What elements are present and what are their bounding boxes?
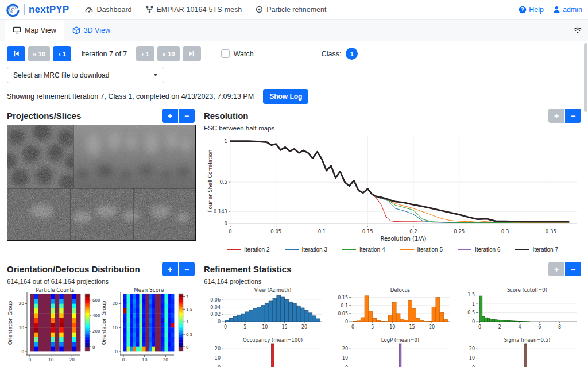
tab-map-view[interactable]: Map View [5,20,64,41]
watch-checkbox[interactable] [221,49,230,58]
svg-text:20: 20 [69,357,75,362]
zoom-in-button[interactable]: + [548,262,564,276]
svg-text:6000: 6000 [92,298,100,303]
svg-text:8: 8 [558,324,561,330]
vertical-scrollbar[interactable] [584,43,587,112]
svg-text:0.5: 0.5 [468,310,475,315]
svg-text:0: 0 [345,319,348,324]
defocus-histogram: 0510152000.050.10.15Defocus [331,286,453,334]
zoom-in-button[interactable]: + [162,262,178,276]
forward-10-button[interactable]: » 10 [157,46,179,61]
statistics-zoom-controls: + − [548,262,581,276]
svg-text:0.15: 0.15 [362,229,373,234]
svg-text:20: 20 [301,324,307,330]
svg-text:Sigma (mean=0.5): Sigma (mean=0.5) [504,337,551,343]
svg-text:6: 6 [538,324,541,330]
svg-text:0.06: 0.06 [210,298,220,303]
status-text: Showing refinement Iteration 7, Class 1,… [7,92,254,101]
help-icon: ? [519,6,527,14]
iteration-controls: « 10 ‹ 1 Iteration 7 of 7 › 1 » 10 Watch… [0,41,588,61]
panels-row-1: Projections/Slices + − [0,105,588,253]
distribution-subtitle: 614,164 out of 614,164 projections [7,278,195,285]
back-10-button[interactable]: « 10 [28,46,50,61]
resolution-panel: Resolution + − FSC between half-maps 00.… [204,105,581,253]
svg-text:10: 10 [142,357,148,362]
watch-label: Watch [234,50,254,58]
legend-label: Iteration 4 [359,246,385,253]
svg-text:0: 0 [21,349,24,354]
nav-block[interactable]: Particle refinement [256,6,326,14]
legend-label: Iteration 7 [532,246,558,253]
legend-label: Iteration 2 [244,246,269,253]
tab-3d-view-label: 3D View [84,26,110,34]
statistics-subtitle: 614,164 projections [204,278,581,285]
svg-text:0: 0 [224,324,227,330]
svg-text:?: ? [521,7,524,13]
svg-text:0: 0 [92,345,95,350]
brand[interactable]: nextPYP [6,3,69,17]
legend-swatch [400,249,414,250]
zoom-out-button[interactable]: − [179,262,195,276]
svg-text:0: 0 [115,349,118,354]
svg-text:20: 20 [112,301,118,306]
nav-dashboard[interactable]: Dashboard [85,6,131,14]
monitor-icon [13,26,21,34]
tab-map-view-label: Map View [25,26,56,34]
svg-text:0.05: 0.05 [270,229,281,234]
nav-links: Dashboard EMPIAR-10164-5TS-mesh Particle… [85,6,326,14]
help-link[interactable]: ? Help [519,6,544,14]
zoom-in-button[interactable]: + [162,109,178,123]
svg-text:20: 20 [215,346,220,351]
svg-text:1.5: 1.5 [468,292,475,298]
skip-last-icon [188,50,195,57]
particle-counts-heatmap: 0102001020Particle CountsDefocus GroupOr… [7,287,100,367]
svg-text:20: 20 [163,357,169,362]
projections-panel: Projections/Slices + − [7,105,195,253]
zoom-out-button[interactable]: − [565,109,581,123]
panels-row-2: Orientation/Defocus Distribution + − 614… [0,258,588,367]
mean-score-heatmap: 0102001020Mean ScoreDefocus GroupOrienta… [100,287,194,367]
legend-item: Iteration 2 [227,246,269,253]
histogram-grid: 0510152000.020.040.06View (Azimuth) 0510… [204,286,581,367]
svg-text:0.2: 0.2 [409,229,417,234]
mrc-file-select[interactable]: Select an MRC file to download [7,67,164,83]
svg-text:0.04: 0.04 [210,305,220,310]
legend-item: Iteration 7 [515,246,558,253]
tab-3d-view[interactable]: 3D View [64,20,118,41]
svg-text:View (Azimuth): View (Azimuth) [254,287,292,293]
fsc-legend: Iteration 2Iteration 3Iteration 4Iterati… [204,246,581,253]
zoom-in-button[interactable]: + [548,109,564,123]
svg-text:Particle Counts: Particle Counts [36,287,75,293]
back-1-button[interactable]: ‹ 1 [53,46,71,61]
show-log-button[interactable]: Show Log [263,89,308,104]
first-iteration-button[interactable] [7,46,25,61]
svg-text:Orientation Group: Orientation Group [101,301,107,345]
resolution-zoom-controls: + − [548,109,581,123]
legend-label: Iteration 5 [417,246,443,253]
legend-item: Iteration 5 [400,246,443,253]
forward-1-button[interactable]: › 1 [136,46,154,61]
svg-text:10: 10 [215,356,220,361]
svg-text:5: 5 [243,324,246,330]
legend-swatch [227,249,241,250]
svg-text:5: 5 [371,324,374,330]
svg-text:0.5: 0.5 [219,179,227,185]
last-iteration-button[interactable] [183,46,201,61]
class-label: Class: [322,50,342,58]
user-icon [553,6,560,13]
view-tabbar: Map View 3D View [0,20,588,41]
svg-text:0.1: 0.1 [318,229,326,234]
class-badge[interactable]: 1 [346,48,358,60]
fsc-subtitle: FSC between half-maps [204,125,581,132]
top-navbar: nextPYP Dashboard EMPIAR-10164-5TS-mesh [0,0,588,20]
legend-label: Iteration 3 [302,246,327,253]
nav-project[interactable]: EMPIAR-10164-5TS-mesh [146,6,242,14]
user-link[interactable]: admin [553,6,582,14]
distribution-panel: Orientation/Defocus Distribution + − 614… [7,258,195,367]
skip-first-icon [13,50,20,57]
svg-text:1.5: 1.5 [186,307,192,312]
zoom-out-button[interactable]: − [565,262,581,276]
svg-text:0.1: 0.1 [341,303,348,308]
legend-item: Iteration 4 [342,246,385,253]
zoom-out-button[interactable]: − [179,109,195,123]
